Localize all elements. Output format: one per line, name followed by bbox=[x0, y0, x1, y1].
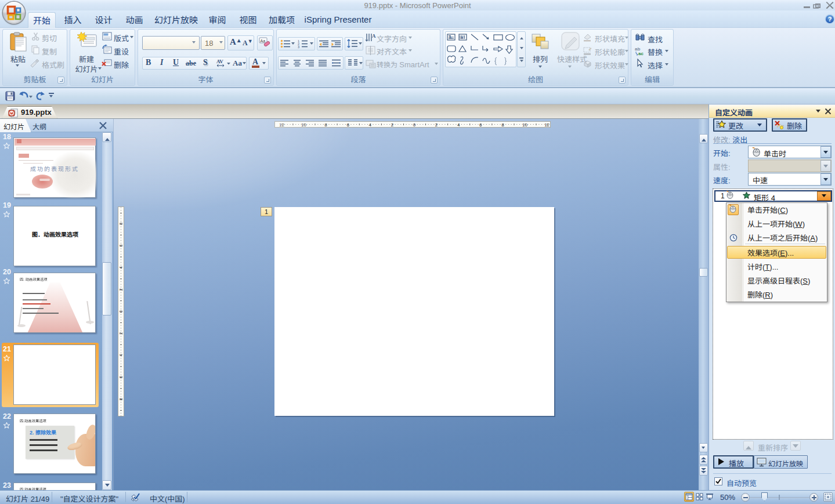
svg-text:AV: AV bbox=[216, 59, 223, 64]
svg-text:0: 0 bbox=[119, 310, 123, 313]
svg-text:4: 4 bbox=[119, 354, 123, 357]
svg-text:ac: ac bbox=[638, 51, 644, 56]
svg-text:3: 3 bbox=[298, 45, 299, 49]
svg-text:12: 12 bbox=[544, 122, 550, 128]
svg-text:A: A bbox=[372, 33, 376, 39]
svg-text:Aa: Aa bbox=[261, 39, 266, 43]
svg-text:6: 6 bbox=[119, 376, 123, 378]
svg-text:A: A bbox=[449, 35, 451, 39]
svg-text:10: 10 bbox=[522, 122, 527, 128]
svg-text:8: 8 bbox=[119, 398, 123, 400]
svg-text:2: 2 bbox=[119, 332, 123, 335]
svg-text:A: A bbox=[461, 35, 464, 39]
